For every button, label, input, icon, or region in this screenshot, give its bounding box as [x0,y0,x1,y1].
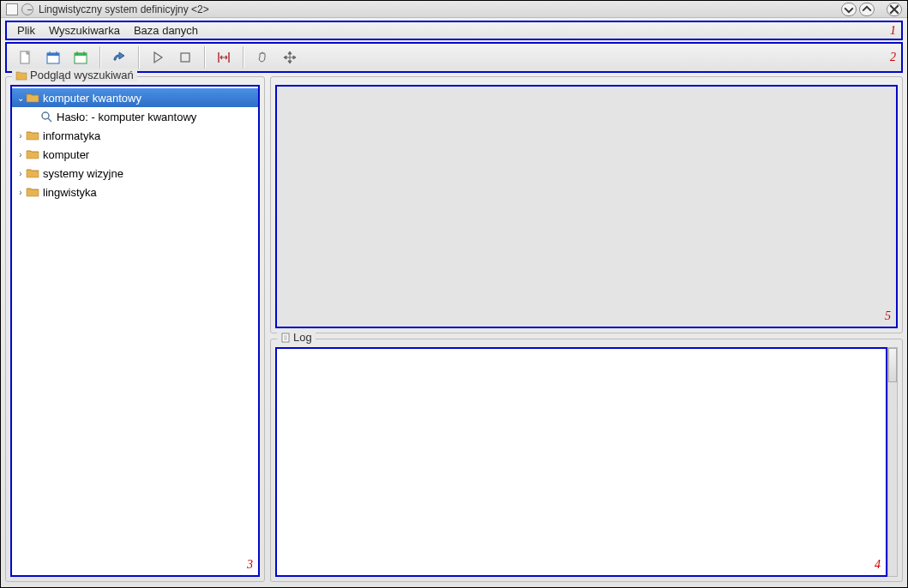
close-button[interactable] [887,3,902,16]
calendar-blue-icon [45,50,61,65]
svg-line-13 [48,118,51,122]
fit-width-icon [216,50,232,65]
move-tool-button[interactable] [279,46,301,69]
chevron-down-icon[interactable]: ⌄ [15,93,26,103]
calendar-green-icon [73,50,88,65]
canvas-area[interactable]: 5 [275,85,898,328]
tree-node[interactable]: ⌄komputer kwantowy [12,88,258,107]
minimize-button[interactable] [841,3,857,16]
chevron-right-icon[interactable]: › [15,150,26,159]
toolbar: 2 [5,42,903,73]
new-document-icon [18,50,33,65]
menubar: Plik Wyszukiwarka Baza danych 1 [5,21,903,40]
toolbar-separator [204,46,205,69]
window-title: Lingwistyczny system definicyjny <2> [39,3,839,15]
hand-tool-button[interactable] [251,46,274,69]
tree-node-label: systemy wizyjne [43,167,123,180]
log-area[interactable]: 4 [275,347,887,577]
tree-node-label: komputer kwantowy [43,92,141,105]
calendar-green-button[interactable] [69,46,92,69]
play-icon [150,50,165,65]
svg-rect-2 [47,53,59,56]
chevron-right-icon[interactable]: › [15,131,26,141]
maximize-button[interactable] [859,3,875,16]
calendar-blue-button[interactable] [42,46,64,69]
canvas-panel: 5 [270,76,903,333]
body-area: Podgląd wyszukiwań ⌄komputer kwantowyHas… [5,76,903,582]
tree-child-label: Hasło: - komputer kwantowy [57,111,196,123]
log-title: Log [277,331,316,344]
tree-node[interactable]: ›informatyka [12,126,258,145]
tree-node-label: informatyka [43,129,100,142]
tree-node[interactable]: ›komputer [12,145,258,164]
tree-node-label: lingwistyka [43,186,97,199]
play-button[interactable] [147,46,169,69]
toolbar-separator [138,46,139,69]
stop-button[interactable] [174,46,196,69]
run-process-button[interactable] [108,46,130,69]
spinner-icon [21,3,33,15]
svg-point-12 [42,112,49,119]
annotation-5: 5 [885,309,891,323]
new-document-button[interactable] [15,46,37,69]
menu-wyszukiwarka[interactable]: Wyszukiwarka [42,22,127,39]
annotation-1: 1 [890,24,896,38]
scrollbar-thumb[interactable] [888,348,897,382]
titlebar: Lingwistyczny system definicyjny <2> [1,1,907,18]
annotation-3: 3 [247,558,253,572]
svg-rect-9 [181,53,189,62]
annotation-2: 2 [890,51,896,64]
chevron-right-icon[interactable]: › [15,169,26,178]
toolbar-separator [243,46,244,69]
folder-icon [15,70,27,81]
toolbar-separator [99,46,100,69]
annotation-4: 4 [875,558,881,572]
app-icon [6,3,18,15]
tree-node[interactable]: ›systemy wizyjne [12,164,258,183]
tree-child[interactable]: Hasło: - komputer kwantowy [12,107,258,126]
log-scrollbar[interactable] [887,347,898,577]
fit-width-button[interactable] [213,46,235,69]
menu-plik[interactable]: Plik [10,22,42,39]
app-window: Lingwistyczny system definicyjny <2> Pli… [0,0,908,588]
move-tool-icon [282,50,298,65]
log-panel: Log 4 [270,339,903,582]
chevron-right-icon[interactable]: › [15,188,26,197]
search-tree[interactable]: ⌄komputer kwantowyHasło: - komputer kwan… [10,85,260,577]
menu-baza-danych[interactable]: Baza danych [127,22,205,39]
stop-icon [177,50,193,65]
tree-node[interactable]: ›lingwistyka [12,183,258,201]
document-icon [280,333,291,343]
search-preview-panel: Podgląd wyszukiwań ⌄komputer kwantowyHas… [5,76,265,582]
tree-node-label: komputer [43,148,89,161]
hand-tool-icon [255,50,270,65]
run-process-icon [111,50,127,65]
svg-rect-6 [75,53,87,56]
search-preview-title: Podgląd wyszukiwań [12,69,137,81]
